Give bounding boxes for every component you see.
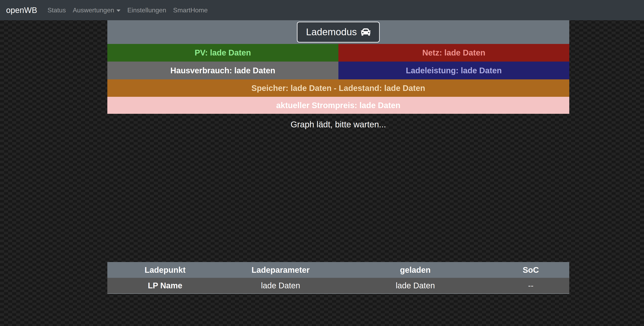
- car-icon: [361, 27, 370, 37]
- netz-status-bar: Netz: lade Daten: [338, 44, 570, 62]
- nav-items: Status Auswertungen Einstellungen SmartH…: [44, 6, 211, 14]
- nav-item-smarthome[interactable]: SmartHome: [170, 6, 211, 14]
- table-header-ladeparameter: Ladeparameter: [223, 262, 338, 278]
- table-row: LP Name lade Daten lade Daten --: [107, 278, 569, 294]
- lademodus-button-label: Lademodus: [306, 27, 357, 38]
- status-row-strompreis: aktueller Strompreis: lade Daten: [107, 97, 569, 114]
- cell-ladepunkt-name: LP Name: [107, 278, 223, 294]
- hausverbrauch-status-bar: Hausverbrauch: lade Daten: [107, 62, 338, 79]
- strompreis-status-bar: aktueller Strompreis: lade Daten: [107, 97, 569, 114]
- chevron-down-icon: [116, 10, 120, 12]
- cell-ladeparameter: lade Daten: [223, 278, 338, 294]
- status-row-pv-netz: PV: lade Daten Netz: lade Daten: [107, 44, 569, 62]
- table-header-ladepunkt: Ladepunkt: [107, 262, 223, 278]
- table-header-row: Ladepunkt Ladeparameter geladen SoC: [107, 262, 569, 278]
- cell-geladen: lade Daten: [338, 278, 492, 294]
- lademodus-band: Lademodus: [107, 20, 569, 44]
- speicher-status-bar: Speicher: lade Daten - Ladestand: lade D…: [107, 79, 569, 97]
- graph-loading-text: Graph lädt, bitte warten...: [107, 118, 569, 131]
- table-header-soc: SoC: [492, 262, 569, 278]
- navbar: openWB Status Auswertungen Einstellungen…: [0, 0, 644, 20]
- status-row-speicher: Speicher: lade Daten - Ladestand: lade D…: [107, 79, 569, 97]
- brand-openwb[interactable]: openWB: [6, 6, 37, 15]
- table-header-geladen: geladen: [338, 262, 492, 278]
- status-row-haus-ladeleistung: Hausverbrauch: lade Daten Ladeleistung: …: [107, 62, 569, 79]
- ladepunkt-table: Ladepunkt Ladeparameter geladen SoC LP N…: [107, 262, 569, 294]
- cell-soc: --: [492, 278, 569, 294]
- main-content: Lademodus PV: lade Daten Netz: lade Date…: [107, 20, 569, 294]
- pv-status-bar: PV: lade Daten: [107, 44, 338, 62]
- nav-item-status[interactable]: Status: [44, 6, 69, 14]
- nav-item-auswertungen-label: Auswertungen: [73, 6, 114, 14]
- ladeleistung-status-bar: Ladeleistung: lade Daten: [338, 62, 570, 79]
- nav-item-auswertungen[interactable]: Auswertungen: [69, 6, 124, 14]
- nav-item-einstellungen[interactable]: Einstellungen: [124, 6, 170, 14]
- lademodus-button[interactable]: Lademodus: [297, 22, 380, 42]
